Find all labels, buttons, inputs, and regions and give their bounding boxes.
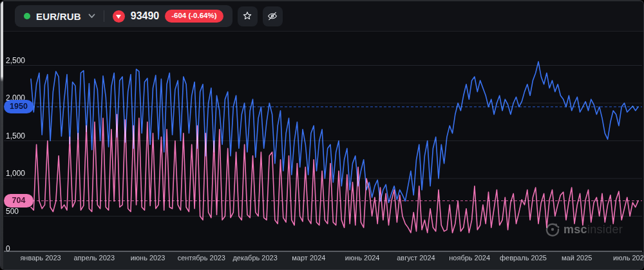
symbol-selector[interactable]: EUR/RUB 93490 -604 (-0.64%) <box>15 5 232 27</box>
x-axis-label: июнь 2024 <box>345 254 380 262</box>
market-open-dot-icon <box>24 13 30 19</box>
y-axis-label: 2,500 <box>6 56 25 65</box>
x-axis-label: ноябрь 2024 <box>449 254 490 262</box>
change-badge: -604 (-0.64%) <box>165 10 223 23</box>
chevron-down-icon[interactable] <box>88 14 95 19</box>
star-icon <box>242 10 253 22</box>
y-axis-label: 0 <box>6 244 10 253</box>
page-edge <box>1 1 3 269</box>
x-axis-label: июнь 2023 <box>131 254 166 262</box>
x-axis-labels: январь 2023апрель 2023июнь 2023сентябрь … <box>1 252 643 270</box>
chart-panel: EUR/RUB 93490 -604 (-0.64%) 2,5002,0001,… <box>0 0 644 270</box>
y-axis-label: 1,500 <box>6 131 25 140</box>
price-down-icon <box>113 10 125 23</box>
x-axis-label: март 2024 <box>292 254 325 262</box>
chart-header: EUR/RUB 93490 -604 (-0.64%) <box>1 1 643 32</box>
watermark-light: insider <box>587 223 623 236</box>
x-axis-label: февраль 2025 <box>500 254 547 262</box>
chart-area[interactable]: 2,5002,0001,5001,0005000 январь 2023апре… <box>1 32 643 270</box>
watermark: mscinsider <box>545 222 623 237</box>
watermark-bold: msc <box>564 223 587 236</box>
y-axis-label: 500 <box>6 207 19 216</box>
hide-button[interactable] <box>263 6 283 26</box>
x-axis-label: апрель 2023 <box>73 254 115 262</box>
divider <box>104 10 104 22</box>
x-axis-label: май 2025 <box>562 254 592 262</box>
y-axis-label: 1,000 <box>6 169 25 178</box>
price-tag-blue: 1950 <box>4 100 33 113</box>
last-price: 93490 <box>131 10 160 22</box>
x-axis-label: январь 2023 <box>20 254 61 262</box>
favorite-button[interactable] <box>238 6 258 26</box>
price-tag-pink: 704 <box>4 194 33 207</box>
mscinsider-logo-icon <box>545 222 560 237</box>
x-axis-label: сентябрь 2023 <box>178 254 225 262</box>
x-axis-label: август 2024 <box>397 254 435 262</box>
symbol-name: EUR/RUB <box>36 11 81 22</box>
x-axis-label: июль 2025 <box>613 254 644 262</box>
x-axis-label: декабрь 2023 <box>232 254 277 262</box>
eye-off-icon <box>267 10 278 22</box>
